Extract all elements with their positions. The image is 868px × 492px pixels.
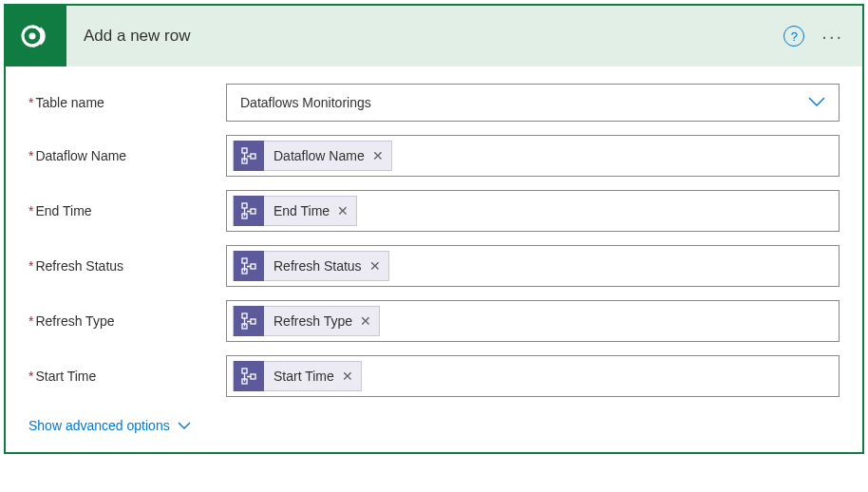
chevron-down-icon	[178, 418, 191, 433]
svg-rect-8	[242, 258, 247, 263]
help-icon[interactable]: ?	[783, 26, 804, 47]
advanced-label: Show advanced options	[28, 418, 170, 433]
show-advanced-options-link[interactable]: Show advanced options	[28, 418, 191, 433]
chevron-down-icon	[808, 95, 825, 110]
dynamic-token[interactable]: Refresh Status ✕	[233, 251, 389, 281]
dynamic-token[interactable]: Refresh Type ✕	[233, 306, 380, 336]
connector-icon	[6, 6, 66, 66]
svg-rect-2	[242, 148, 247, 153]
field-row-end-time: *End Time End Time ✕	[28, 190, 840, 232]
card-title: Add a new row	[66, 27, 783, 46]
field-row-start-time: *Start Time Start Time ✕	[28, 355, 840, 397]
dataverse-icon	[19, 19, 53, 53]
end-time-input[interactable]: End Time ✕	[226, 190, 840, 232]
token-label: Refresh Type	[274, 313, 352, 329]
workflow-icon	[234, 196, 264, 226]
remove-token-icon[interactable]: ✕	[337, 203, 349, 218]
svg-rect-6	[251, 209, 255, 214]
field-label: *Refresh Status	[28, 258, 226, 274]
field-label: *Refresh Type	[28, 313, 226, 329]
remove-token-icon[interactable]: ✕	[360, 313, 371, 329]
token-label: Dataflow Name	[274, 148, 365, 163]
svg-rect-5	[242, 203, 247, 208]
select-value: Dataflows Monitorings	[240, 95, 371, 110]
svg-rect-14	[242, 369, 247, 373]
more-menu-icon[interactable]: ···	[821, 31, 849, 41]
start-time-input[interactable]: Start Time ✕	[226, 355, 840, 397]
dynamic-token[interactable]: Dataflow Name ✕	[233, 141, 392, 171]
dataflow-name-input[interactable]: Dataflow Name ✕	[226, 135, 840, 177]
remove-token-icon[interactable]: ✕	[372, 148, 384, 163]
field-row-refresh-status: *Refresh Status Refresh Status ✕	[28, 245, 840, 287]
workflow-icon	[234, 361, 264, 391]
svg-rect-12	[251, 319, 255, 324]
field-row-refresh-type: *Refresh Type Refresh Type ✕	[28, 300, 840, 342]
remove-token-icon[interactable]: ✕	[342, 369, 353, 384]
refresh-type-input[interactable]: Refresh Type ✕	[226, 300, 840, 342]
token-label: End Time	[274, 203, 330, 218]
field-label: *End Time	[28, 203, 226, 218]
svg-point-1	[29, 33, 36, 40]
svg-rect-15	[251, 374, 255, 379]
workflow-icon	[234, 306, 264, 336]
svg-rect-9	[251, 264, 255, 269]
dynamic-token[interactable]: Start Time ✕	[233, 361, 362, 391]
field-row-table-name: *Table name Dataflows Monitorings	[28, 84, 840, 122]
remove-token-icon[interactable]: ✕	[369, 258, 381, 274]
action-card: Add a new row ? ··· *Table name Dataflow…	[4, 4, 864, 454]
field-label: *Dataflow Name	[28, 148, 226, 163]
dynamic-token[interactable]: End Time ✕	[233, 196, 357, 226]
card-header: Add a new row ? ···	[6, 6, 862, 66]
svg-rect-3	[251, 154, 255, 159]
field-label: *Start Time	[28, 369, 226, 384]
header-actions: ? ···	[783, 26, 849, 47]
workflow-icon	[234, 251, 264, 281]
table-name-select[interactable]: Dataflows Monitorings	[226, 84, 840, 122]
token-label: Start Time	[274, 369, 334, 384]
workflow-icon	[234, 141, 264, 171]
field-row-dataflow-name: *Dataflow Name Dataflow Name ✕	[28, 135, 840, 177]
field-label: *Table name	[28, 95, 226, 110]
svg-rect-11	[242, 313, 247, 318]
card-body: *Table name Dataflows Monitorings *Dataf…	[6, 66, 862, 452]
refresh-status-input[interactable]: Refresh Status ✕	[226, 245, 840, 287]
token-label: Refresh Status	[274, 258, 362, 274]
